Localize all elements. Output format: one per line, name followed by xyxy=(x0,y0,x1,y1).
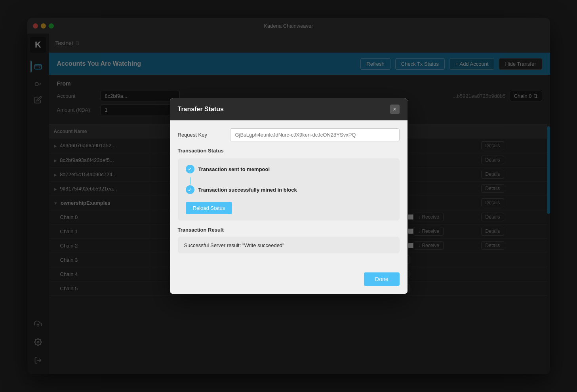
request-key-label: Request Key xyxy=(178,132,225,138)
transfer-status-modal: Transfer Status × Request Key Transactio… xyxy=(170,98,408,294)
status-item-2: ✓ Transaction successfully mined in bloc… xyxy=(186,185,392,194)
done-button[interactable]: Done xyxy=(364,272,399,286)
status-connector xyxy=(190,177,190,185)
modal-close-button[interactable]: × xyxy=(390,105,400,114)
status-text-2: Transaction successfully mined in block xyxy=(198,187,297,193)
status-box: ✓ Transaction sent to mempool ✓ Transact… xyxy=(178,158,400,221)
modal-title: Transfer Status xyxy=(178,106,224,113)
modal-footer: Done xyxy=(170,268,408,294)
result-text: Successful Server result: "Write succeed… xyxy=(184,242,284,248)
check-icon-1: ✓ xyxy=(186,165,194,173)
request-key-input[interactable] xyxy=(230,128,400,141)
tx-status-label: Transaction Status xyxy=(178,148,400,154)
check-icon-2: ✓ xyxy=(186,185,194,194)
result-box: Successful Server result: "Write succeed… xyxy=(178,237,400,253)
modal-body: Request Key Transaction Status ✓ Transac… xyxy=(170,120,408,268)
status-item-1: ✓ Transaction sent to mempool xyxy=(186,165,392,173)
reload-status-button[interactable]: Reload Status xyxy=(186,202,232,214)
modal-overlay: Transfer Status × Request Key Transactio… xyxy=(0,0,577,392)
status-text-1: Transaction sent to mempool xyxy=(198,166,270,172)
request-key-row: Request Key xyxy=(178,128,400,141)
result-label: Transaction Result xyxy=(178,227,400,233)
modal-header: Transfer Status × xyxy=(170,98,408,120)
